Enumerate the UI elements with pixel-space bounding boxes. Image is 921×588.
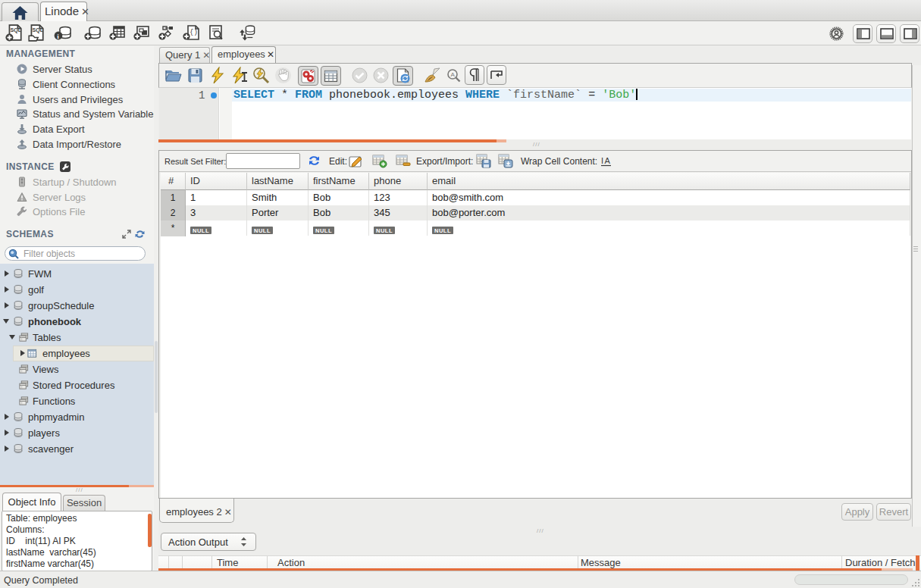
- svg-text:A: A: [605, 156, 611, 165]
- svg-text:{): {): [190, 29, 198, 36]
- svg-text:SQL: SQL: [33, 27, 44, 33]
- svg-text:A: A: [451, 71, 456, 78]
- svg-text:SQL: SQL: [11, 27, 22, 33]
- svg-text:I: I: [601, 156, 603, 165]
